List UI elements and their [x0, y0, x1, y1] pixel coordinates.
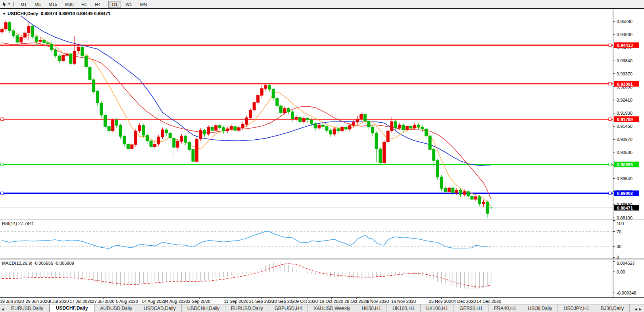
candle-body — [207, 127, 210, 134]
candle-body — [234, 127, 236, 131]
candle-body — [253, 102, 256, 110]
chart-tab-USDCHF-Daily[interactable]: USDCHF,Daily — [49, 304, 95, 312]
toolbar-grip[interactable] — [13, 2, 14, 7]
date-axis-label: 4 Dec 2020 — [454, 299, 476, 304]
rsi-axis-label: 0 — [617, 255, 619, 260]
candle-body — [203, 130, 206, 134]
candle-body — [115, 120, 118, 125]
candle-body — [142, 125, 145, 135]
level-handle[interactable] — [609, 44, 611, 46]
candle-body — [146, 135, 148, 141]
candle-body — [211, 127, 213, 130]
chart-tab-UK100-H1[interactable]: UK100,H1 — [421, 304, 454, 312]
level-handle[interactable] — [1, 118, 4, 121]
chart-tab-AUDUSD-Daily[interactable]: AUDUSD,Daily — [94, 304, 138, 312]
candle-body — [344, 127, 347, 129]
chart-tab-DJ30-Daily[interactable]: DJ30,Daily — [595, 304, 630, 312]
chart-tab-USOil-Daily[interactable]: USOil,Daily — [522, 304, 558, 312]
candle-body — [1, 29, 4, 32]
candle-body — [88, 67, 91, 79]
candle-body — [444, 189, 447, 192]
candle-body — [96, 91, 99, 103]
chart-tab-XAUUSD-Weekly[interactable]: XAUUSD,Weekly — [308, 304, 356, 312]
candle-body — [154, 144, 156, 147]
candle-body — [276, 98, 279, 106]
candle-body — [325, 127, 328, 131]
candle-body — [199, 130, 202, 139]
level-handle[interactable] — [609, 163, 611, 166]
candle-body — [291, 112, 294, 119]
tab-scroll-left-icon[interactable]: ◄ — [0, 307, 6, 312]
candle-body — [46, 43, 49, 44]
candle-body — [448, 188, 450, 192]
candle-body — [169, 133, 171, 138]
candle-body — [467, 192, 469, 196]
candle-body — [92, 80, 95, 92]
date-axis-label: 25 Nov 2020 — [429, 299, 454, 304]
timeframe-button-M30[interactable]: M30 — [62, 1, 77, 8]
pointer-tool-icon[interactable] — [2, 2, 7, 7]
pointer-tool-dropdown-icon[interactable]: ▼ — [8, 2, 11, 6]
candle-body — [241, 124, 244, 127]
candle-body — [157, 137, 160, 144]
candle-body — [188, 143, 190, 150]
candle-body — [367, 121, 370, 127]
candle-body — [352, 122, 355, 125]
timeframe-button-H1[interactable]: H1 — [78, 1, 90, 8]
chart-canvas[interactable]: 0.952800.948000.943200.938400.933700.928… — [0, 9, 644, 298]
chart-tab-HK50-H1[interactable]: HK50,H1 — [356, 304, 387, 312]
timeframe-button-D1[interactable]: D1 — [108, 1, 121, 8]
chart-tab-EURUSD-Daily[interactable]: EURUSD,Daily — [225, 304, 269, 312]
candle-body — [302, 118, 305, 121]
candle-body — [363, 114, 366, 121]
timeframe-button-MN[interactable]: MN — [136, 1, 150, 8]
chart-background — [0, 9, 644, 298]
chart-tab-UK100-H1[interactable]: UK100,H1 — [387, 304, 420, 312]
candle-body — [379, 149, 382, 162]
level-handle[interactable] — [1, 163, 4, 166]
price-axis-label: 0.91450 — [617, 124, 632, 129]
level-handle[interactable] — [609, 192, 611, 195]
candle-body — [383, 142, 386, 162]
level-handle[interactable] — [1, 192, 4, 195]
candle-body — [440, 177, 443, 189]
candle-body — [310, 120, 313, 123]
candle-body — [73, 51, 76, 64]
candle-body — [455, 190, 458, 193]
chart-tab-USDCAD-Daily[interactable]: USDCAD,Daily — [138, 304, 182, 312]
chart-tab-USDCNH-Daily[interactable]: USDCNH,Daily — [182, 304, 225, 312]
chart-tab-USDJPY-H1[interactable]: USDJPY,H1 — [558, 304, 595, 312]
timeframe-button-M5[interactable]: M5 — [31, 1, 44, 8]
candle-body — [306, 118, 309, 120]
candle-body — [226, 129, 229, 131]
chart-tab-GBPUSD-H4[interactable]: GBPUSD,H4 — [269, 304, 308, 312]
candle-body — [27, 26, 30, 33]
price-axis-label: 0.91930 — [617, 111, 632, 116]
candle-body — [218, 125, 221, 128]
level-handle[interactable] — [609, 118, 611, 121]
timeframe-button-M15[interactable]: M15 — [45, 1, 60, 8]
level-price-label: 0.89002 — [617, 191, 633, 196]
chart-tab-EURUSD-Daily[interactable]: EURUSD,Daily — [6, 304, 49, 312]
timeframe-button-W1[interactable]: W1 — [122, 1, 136, 8]
price-axis-label: 0.95280 — [617, 19, 632, 24]
timeframe-button-H4[interactable]: H4 — [91, 1, 104, 8]
date-axis-label: 14 Dec 2020 — [477, 299, 501, 304]
price-axis-label: 0.94800 — [617, 32, 632, 37]
tab-scroll-right-icons[interactable]: ◄ ► — [632, 307, 644, 312]
collapse-icon[interactable]: ▼ — [2, 12, 6, 16]
level-handle[interactable] — [609, 83, 611, 85]
candle-body — [417, 125, 420, 127]
chart-tab-FRA40-H1[interactable]: FRA40,H1 — [488, 304, 522, 312]
candle-body — [12, 31, 15, 35]
candle-body — [375, 133, 378, 149]
chart-tab-GER30-H1[interactable]: GER30,H1 — [454, 304, 488, 312]
candle-body — [486, 202, 489, 214]
level-price-label: 0.91709 — [617, 117, 633, 122]
timeframe-button-M1[interactable]: M1 — [17, 1, 30, 8]
date-axis: 19 Jun 202029 Jun 20208 Jul 202017 Jul 2… — [0, 297, 644, 304]
price-axis-label: 0.93840 — [617, 58, 632, 63]
date-axis-label: 9 Oct 2020 — [296, 299, 318, 304]
macd-axis-label: 0.004527 — [617, 261, 635, 266]
candle-body — [371, 127, 374, 133]
